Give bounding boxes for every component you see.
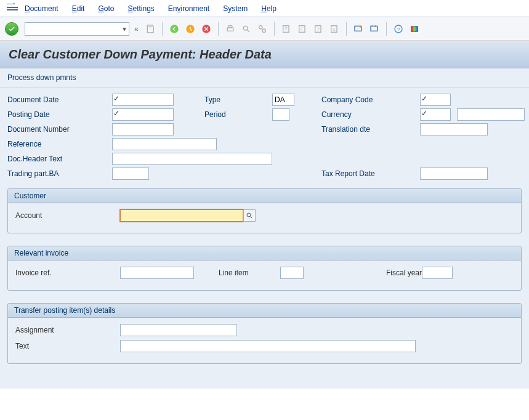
tax-report-date-label: Tax Report Date [321,169,420,178]
relevant-invoice-group: Relevant invoice Invoice ref. Line item … [7,246,522,291]
exit-button[interactable] [184,22,197,36]
invoice-ref-label: Invoice ref. [15,269,120,277]
exchange-rate-input[interactable] [457,108,525,121]
assignment-input[interactable] [120,324,237,336]
trading-part-ba-label: Trading part.BA [7,169,112,178]
menu-help[interactable]: Help [261,4,277,13]
svg-point-6 [243,26,248,30]
line-item-label: Line item [219,269,280,277]
fiscal-year-label: Fiscal year [366,269,422,277]
form-area: Document Date Type Company Code Posting … [0,87,529,389]
document-date-input[interactable] [112,94,174,106]
svg-rect-18 [411,26,413,31]
doc-number-label: Document Number [7,125,112,134]
svg-rect-0 [148,25,151,27]
menu-settings[interactable]: Settings [127,4,154,13]
text-input[interactable] [120,340,416,352]
menu-environment[interactable]: Environment [168,4,209,13]
svg-rect-19 [413,26,415,31]
relevant-invoice-title: Relevant invoice [8,246,521,260]
customer-group: Customer Account [7,188,522,233]
last-page-button[interactable] [328,22,341,36]
menubar: Document Edit Goto Settings Environment … [0,0,529,17]
period-input[interactable] [272,108,289,121]
reference-input[interactable] [112,138,217,150]
assignment-label: Assignment [15,326,120,334]
header-grid: Document Date Type Company Code Posting … [7,94,522,180]
svg-point-1 [170,25,178,33]
account-input[interactable] [120,209,243,222]
shortcut-button[interactable] [368,22,381,36]
trading-part-ba-input[interactable] [112,168,149,180]
tax-report-date-input[interactable] [420,168,488,180]
reference-label: Reference [7,140,112,148]
company-code-label: Company Code [321,95,420,104]
company-code-input[interactable] [420,94,451,106]
account-search-help-button[interactable] [243,209,256,222]
svg-text:?: ? [397,26,400,31]
menu-goto[interactable]: Goto [98,4,114,13]
app-toolbar: Process down pmnts [0,68,529,87]
menu-system[interactable]: System [223,4,248,13]
translation-date-input[interactable] [420,123,488,135]
text-label: Text [15,342,120,350]
svg-rect-20 [415,26,418,31]
menu-document[interactable]: Document [25,4,59,13]
svg-rect-11 [315,25,320,32]
command-field[interactable]: ▾ [25,22,129,36]
doc-number-input[interactable] [112,123,174,135]
first-page-button[interactable] [280,22,293,36]
type-input[interactable] [272,94,294,106]
dropdown-icon: ▾ [123,25,126,33]
line-item-input[interactable] [280,267,304,279]
svg-rect-14 [371,26,378,31]
svg-rect-4 [227,28,233,31]
history-left-icon[interactable]: « [132,25,141,33]
account-label: Account [15,211,120,220]
next-page-button[interactable] [312,22,325,36]
enter-button[interactable] [5,22,18,36]
currency-label: Currency [321,110,420,119]
title-bar: Clear Customer Down Payment: Header Data [0,41,529,68]
find-button[interactable] [240,22,253,36]
customer-group-title: Customer [8,189,521,203]
back-button[interactable] [168,22,181,36]
menu-edit[interactable]: Edit [72,4,85,13]
posting-date-input[interactable] [112,108,174,121]
prev-page-button[interactable] [296,22,309,36]
process-down-payments-button[interactable]: Process down pmnts [7,73,76,82]
transfer-posting-group: Transfer posting item(s) details Assignm… [7,303,522,364]
svg-rect-5 [228,25,232,27]
posting-date-label: Posting Date [7,110,112,119]
svg-point-7 [259,25,262,28]
layout-button[interactable] [408,22,421,36]
period-label: Period [204,110,272,119]
type-label: Type [204,95,272,104]
translation-date-label: Translation dte [321,125,420,134]
invoice-ref-input[interactable] [120,267,194,279]
save-button[interactable] [143,22,157,36]
menu-command-icon[interactable] [5,2,20,15]
svg-rect-10 [299,25,304,32]
document-date-label: Document Date [7,95,112,104]
doc-header-text-input[interactable] [112,153,272,165]
transfer-posting-title: Transfer posting item(s) details [8,304,521,318]
help-button[interactable]: ? [392,22,405,36]
doc-header-text-label: Doc.Header Text [7,155,112,163]
svg-point-8 [262,29,265,32]
fiscal-year-input[interactable] [422,267,453,279]
svg-point-21 [247,213,251,217]
toolbar: ▾ « ? [0,17,529,41]
print-button[interactable] [224,22,237,36]
currency-input[interactable] [420,108,451,121]
find-next-button[interactable] [256,22,269,36]
cancel-button[interactable] [200,22,213,36]
new-session-button[interactable] [352,22,365,36]
page-title: Clear Customer Down Payment: Header Data [9,47,520,62]
